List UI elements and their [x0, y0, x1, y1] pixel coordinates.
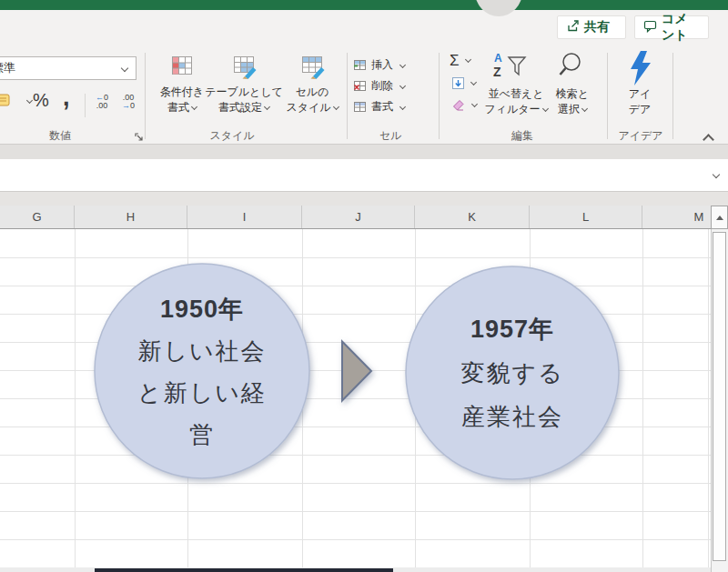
chevron-down-icon [465, 56, 471, 63]
scrollbar-thumb[interactable] [713, 232, 726, 561]
delete-label: 削除 [371, 78, 393, 94]
cells-group-label: セル [354, 128, 427, 144]
currency-icon [0, 92, 15, 109]
group-separator [439, 53, 440, 139]
expand-formula-bar-icon[interactable] [713, 171, 720, 178]
currency-chevron-icon[interactable] [26, 97, 33, 104]
fill-button[interactable] [451, 76, 476, 94]
styles-group-label: スタイル [196, 128, 268, 144]
button-label-line2: 書式 [167, 101, 189, 114]
column-header-l[interactable]: L [530, 206, 642, 228]
column-header-i[interactable]: I [187, 206, 302, 228]
button-label-line1: セルの [296, 85, 329, 98]
chevron-down-icon [581, 105, 588, 112]
button-label-line1: テーブルとして [205, 85, 283, 98]
gridline [187, 229, 188, 572]
comment-label: コメント [662, 11, 700, 44]
format-cells-icon [353, 100, 367, 114]
ideas-group-label: アイデア [604, 128, 677, 144]
number-format-dropdown[interactable]: 標準 [0, 56, 136, 80]
increase-decimal-button[interactable]: ←0 .00 [90, 94, 114, 110]
chevron-down-icon [399, 103, 406, 109]
insert-cells-icon [353, 58, 367, 72]
vertical-scrollbar[interactable] [711, 229, 728, 572]
gridline [415, 229, 416, 572]
sort-label-line2: フィルター [484, 103, 540, 115]
chevron-down-icon [121, 65, 128, 72]
find-label-line1: 検索と [556, 87, 589, 100]
ideas-label-line2: デア [629, 103, 652, 115]
svg-text:Z: Z [493, 65, 501, 79]
delete-cells-icon [353, 79, 367, 93]
column-header-h[interactable]: H [75, 206, 187, 228]
group-separator [347, 53, 348, 139]
format-cells-button[interactable]: 書式 [353, 96, 405, 116]
sigma-icon: Σ [450, 52, 460, 69]
comma-style-button[interactable]: , [63, 84, 70, 112]
chevron-down-icon [470, 79, 477, 85]
percent-style-button[interactable]: % [33, 90, 49, 111]
cell-styles-icon [274, 52, 350, 85]
delete-cells-button[interactable]: 削除 [353, 75, 405, 95]
fill-down-icon [451, 76, 465, 90]
share-label: 共有 [584, 19, 610, 35]
chevron-down-icon [399, 82, 406, 88]
sheet-grid[interactable] [0, 229, 711, 572]
group-separator [672, 53, 673, 139]
svg-text:A: A [494, 52, 502, 65]
button-label-line2: スタイル [286, 101, 330, 114]
find-select-button[interactable]: 検索と 選択 [541, 86, 604, 117]
share-icon [566, 19, 580, 35]
insert-label: 挿入 [371, 57, 393, 73]
chevron-down-icon [399, 61, 406, 67]
formula-bar[interactable] [0, 159, 728, 192]
find-select-icon [557, 52, 584, 83]
ideas-button[interactable]: アイ デア [612, 86, 668, 117]
format-label: 書式 [371, 99, 393, 115]
column-header-g[interactable]: G [0, 206, 75, 228]
column-header-row: G H I J K L M [0, 206, 728, 229]
scroll-up-button[interactable] [711, 206, 728, 229]
group-separator [607, 53, 608, 139]
cell-styles-button[interactable]: セルの スタイル [274, 52, 350, 115]
number-format-value: 標準 [0, 61, 15, 75]
ribbon-bottom-edge [0, 144, 728, 159]
button-label-line2: 書式設定 [218, 101, 262, 114]
gridline [75, 229, 76, 572]
column-header-k[interactable]: K [415, 206, 530, 228]
gridline [530, 229, 531, 572]
gridline [302, 229, 303, 572]
divider [85, 94, 86, 117]
decrease-decimal-button[interactable]: .00 →0 [116, 94, 140, 110]
chevron-down-icon [264, 104, 270, 110]
title-bar [0, 0, 728, 10]
sort-filter-icon: AZ [492, 51, 532, 85]
ideas-label-line1: アイ [629, 87, 652, 100]
comment-button[interactable]: コメント [634, 15, 709, 39]
currency-format-button[interactable] [0, 92, 22, 109]
excel-window: 共有 コメント 標準 % , ←0 .00 .00 →0 数値 [0, 0, 728, 572]
gridline [708, 229, 709, 572]
ideas-icon [627, 50, 652, 90]
sort-label-line1: 並べ替えと [489, 87, 544, 100]
eraser-icon [451, 97, 466, 112]
gridline [642, 229, 643, 572]
bottom-dark-strip [95, 568, 393, 572]
insert-cells-button[interactable]: 挿入 [353, 55, 405, 75]
share-button[interactable]: 共有 [557, 15, 626, 39]
chevron-down-icon [333, 104, 339, 110]
comment-icon [643, 19, 657, 35]
find-label-line2: 選択 [558, 103, 580, 115]
autosum-button[interactable]: Σ [450, 52, 470, 70]
formula-bar-gap [0, 192, 728, 206]
editing-group-label: 編集 [486, 128, 559, 144]
number-group-label: 数値 [24, 128, 96, 144]
column-header-j[interactable]: J [302, 206, 415, 228]
triangle-up-icon [716, 216, 723, 220]
